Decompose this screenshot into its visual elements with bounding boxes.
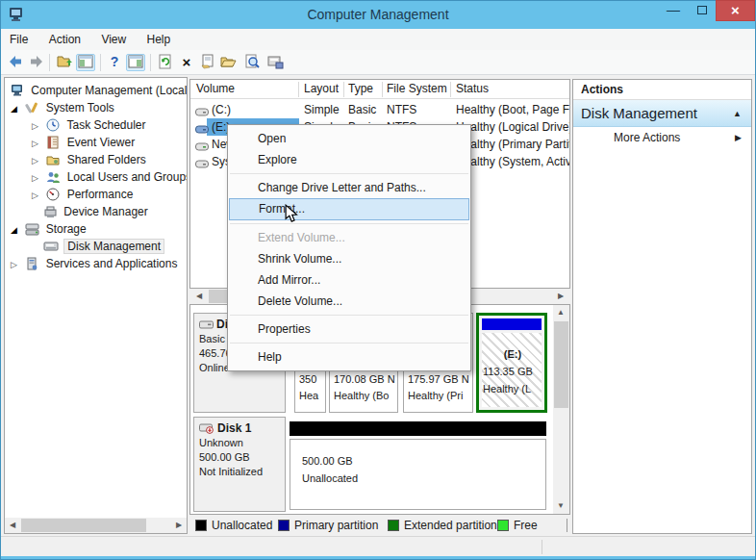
tree-item-system-tools[interactable]: ◢ System Tools <box>11 99 114 116</box>
find-icon[interactable] <box>242 54 262 71</box>
volume-list-header: Volume Layout Type File System Status <box>190 80 569 99</box>
rescan-disks-icon[interactable] <box>265 54 285 71</box>
services-icon <box>25 257 42 275</box>
open-folder-icon[interactable] <box>219 54 239 71</box>
tree-item-computer-management[interactable]: Computer Management (Local) <box>11 82 188 99</box>
menu-action[interactable]: Action <box>40 29 89 50</box>
menu-separator <box>230 315 468 316</box>
legend-extended-label: Extended partition <box>404 517 497 534</box>
legend-primary-swatch <box>278 520 290 531</box>
menu-separator <box>230 223 468 224</box>
tree-item-task-scheduler[interactable]: ▷ Task Scheduler <box>32 116 146 134</box>
app-icon <box>8 6 25 27</box>
context-menu-properties[interactable]: Properties <box>228 318 470 340</box>
close-button[interactable]: × <box>716 0 755 21</box>
scroll-down-icon[interactable]: ▼ <box>553 498 568 514</box>
tree-item-event-viewer[interactable]: ▷ Event Viewer <box>32 134 135 151</box>
context-menu-extend-volume-disabled: Extend Volume... <box>228 227 470 248</box>
up-folder-icon[interactable] <box>55 54 74 71</box>
collapsed-arrow-icon[interactable]: ▷ <box>32 135 43 152</box>
tree-selected-label: Disk Management <box>63 239 164 254</box>
legend-unallocated-label: Unallocated <box>212 517 272 534</box>
collapsed-arrow-icon[interactable]: ▷ <box>11 256 22 273</box>
scroll-thumb[interactable] <box>554 321 568 408</box>
menu-bar: File Action View Help <box>1 29 755 50</box>
scroll-up-icon[interactable]: ▲ <box>553 305 568 320</box>
volume-row-c[interactable]: (C:) Simple Basic NTFS Healthy (Boot, Pa… <box>190 101 569 118</box>
disk0-partition-e-selected[interactable]: (E:) 113.35 GB Healthy (L <box>476 313 547 413</box>
scroll-right-icon[interactable]: ▶ <box>171 518 187 533</box>
maximize-button[interactable] <box>689 0 716 21</box>
column-volume[interactable]: Volume <box>196 80 235 99</box>
disk1-unallocated-region[interactable]: 500.00 GB Unallocated <box>290 439 546 510</box>
column-file-system[interactable]: File System <box>387 80 447 99</box>
tree-item-disk-management[interactable]: Disk Management <box>43 238 164 255</box>
menu-separator <box>230 173 468 174</box>
legend-extended-swatch <box>388 520 399 531</box>
actions-pane: Actions Disk Management ▲ More Actions ▶ <box>572 79 752 534</box>
disk1-label[interactable]: Disk 1 Unknown 500.00 GB Not Initialized <box>193 417 286 512</box>
status-bar <box>1 536 755 556</box>
tree-item-local-users-and-groups[interactable]: ▷ Local Users and Groups <box>32 168 188 186</box>
properties-icon[interactable] <box>198 54 217 71</box>
mouse-cursor-icon <box>284 204 299 227</box>
scroll-left-icon[interactable]: ◀ <box>191 289 207 304</box>
context-menu-format-highlighted[interactable]: Format... <box>229 198 469 220</box>
expanded-arrow-icon[interactable]: ◢ <box>11 221 22 239</box>
tree-item-performance[interactable]: ▷ Performance <box>32 186 133 203</box>
collapsed-arrow-icon[interactable]: ▷ <box>32 117 43 135</box>
back-icon[interactable] <box>6 54 25 71</box>
context-menu-open[interactable]: Open <box>228 128 470 149</box>
menu-view[interactable]: View <box>92 29 135 50</box>
menu-help[interactable]: Help <box>139 29 180 50</box>
column-type[interactable]: Type <box>348 80 373 99</box>
more-actions-item[interactable]: More Actions ▶ <box>573 127 751 148</box>
disk1-unallocated-strip[interactable] <box>290 421 546 436</box>
tree-horizontal-scrollbar[interactable]: ◀ ▶ <box>5 518 187 533</box>
tree-item-shared-folders[interactable]: ▷ Shared Folders <box>32 151 146 168</box>
help-icon[interactable]: ? <box>105 54 124 71</box>
tree-item-storage[interactable]: ◢ Storage <box>11 220 87 238</box>
legend-unallocated-swatch <box>195 520 207 531</box>
context-menu-help[interactable]: Help <box>228 346 470 368</box>
column-status[interactable]: Status <box>456 80 489 99</box>
scroll-left-icon[interactable]: ◀ <box>5 518 20 533</box>
context-menu-explore[interactable]: Explore <box>228 149 470 170</box>
menu-file[interactable]: File <box>1 29 37 50</box>
tree-item-device-manager[interactable]: Device Manager <box>32 203 148 220</box>
submenu-arrow-icon: ▶ <box>735 127 742 148</box>
scroll-right-icon[interactable]: ▶ <box>553 289 568 304</box>
menu-separator <box>230 343 468 344</box>
disk-uninitialized-icon <box>199 422 214 434</box>
context-menu-add-mirror[interactable]: Add Mirror... <box>228 269 470 291</box>
console-tree-icon[interactable] <box>76 54 95 71</box>
context-menu-delete-volume[interactable]: Delete Volume... <box>228 291 470 312</box>
logical-drive-strip <box>482 318 542 330</box>
expanded-arrow-icon[interactable]: ◢ <box>11 100 22 117</box>
refresh-icon[interactable] <box>156 54 175 71</box>
console-tree-pane: Computer Management (Local) ◢ System Too… <box>4 77 188 534</box>
disk-graph-vertical-scrollbar[interactable]: ▲ ▼ <box>553 305 569 514</box>
title-bar: Computer Management — × <box>0 0 756 29</box>
actions-group-disk-management[interactable]: Disk Management ▲ <box>573 100 751 127</box>
context-menu-shrink-volume[interactable]: Shrink Volume... <box>228 248 470 269</box>
forward-icon[interactable] <box>27 54 46 71</box>
collapsed-arrow-icon[interactable]: ▷ <box>32 152 43 169</box>
tree-item-services-and-applications[interactable]: ▷ Services and Applications <box>11 255 177 272</box>
scroll-thumb[interactable] <box>21 519 146 532</box>
toolbar: ? × <box>1 50 755 75</box>
computer-management-window: Computer Management — × File Action View… <box>0 0 756 560</box>
storage-icon <box>25 222 42 241</box>
action-pane-icon[interactable] <box>126 54 145 71</box>
disk-icon <box>199 318 214 330</box>
collapsed-arrow-icon[interactable]: ▷ <box>32 187 43 204</box>
collapsed-arrow-icon[interactable]: ▷ <box>32 169 43 187</box>
context-menu-change-drive-letter[interactable]: Change Drive Letter and Paths... <box>228 177 470 198</box>
legend-divider <box>567 519 567 532</box>
column-layout[interactable]: Layout <box>304 80 339 99</box>
minimize-button[interactable]: — <box>660 0 687 21</box>
collapse-group-icon[interactable]: ▲ <box>733 100 742 127</box>
legend-primary-label: Primary partition <box>294 517 378 534</box>
delete-icon[interactable]: × <box>177 54 196 71</box>
volume-icon <box>195 157 209 174</box>
